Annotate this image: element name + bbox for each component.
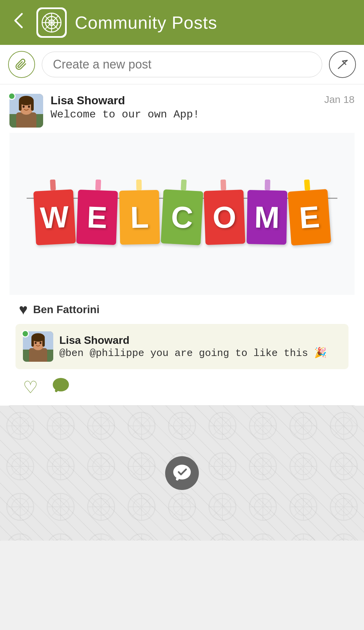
- avatar-container: [9, 94, 43, 128]
- svg-rect-15: [19, 101, 22, 111]
- post-date: Jan 18: [317, 94, 355, 105]
- svg-point-17: [23, 106, 25, 108]
- comment-author: Lisa Showard: [59, 334, 129, 346]
- liked-by-text: Ben Fattorini: [33, 303, 99, 316]
- bottom-area: [0, 406, 364, 541]
- svg-rect-25: [31, 337, 34, 347]
- post-header: Lisa Showard Welcome to our own App! Jan…: [9, 94, 355, 128]
- page-title: Community Posts: [75, 12, 217, 33]
- app-icon: [36, 7, 67, 38]
- comment-content: Lisa Showard @ben @philippe you are goin…: [59, 334, 327, 359]
- letter-O: O: [204, 190, 245, 245]
- avatar: [9, 94, 43, 128]
- svg-rect-26: [42, 337, 45, 347]
- letter-M: M: [247, 190, 287, 245]
- online-indicator: [8, 92, 16, 100]
- back-button[interactable]: [10, 12, 27, 33]
- banner-scene: W E L C: [27, 180, 337, 244]
- letter-L: L: [119, 190, 160, 245]
- letter-E2: E: [288, 189, 331, 246]
- app-header: Community Posts: [0, 0, 364, 45]
- svg-rect-16: [31, 101, 34, 111]
- post-text: Welcome to our own App!: [51, 108, 317, 121]
- comment-preview: Lisa Showard @ben @philippe you are goin…: [16, 324, 348, 369]
- comment-text: @ben @philippe you are going to like thi…: [59, 347, 327, 359]
- feed: Lisa Showard Welcome to our own App! Jan…: [0, 84, 364, 406]
- chat-check-icon: [165, 456, 199, 490]
- post-input[interactable]: [42, 52, 322, 77]
- svg-point-29: [53, 378, 69, 391]
- comment-online-indicator: [22, 330, 29, 337]
- comment-avatar-container: [23, 331, 53, 362]
- attach-button[interactable]: [8, 51, 35, 78]
- letter-E1: E: [76, 190, 118, 245]
- letter-W: W: [33, 189, 76, 245]
- like-button[interactable]: ♡: [23, 378, 38, 397]
- post-bar: [0, 45, 364, 84]
- letter-C: C: [161, 189, 203, 245]
- post-author: Lisa Showard: [51, 94, 125, 107]
- svg-point-27: [35, 342, 36, 344]
- post-meta: Lisa Showard Welcome to our own App!: [51, 94, 317, 121]
- post-card: Lisa Showard Welcome to our own App! Jan…: [0, 84, 364, 406]
- svg-point-28: [40, 342, 41, 344]
- action-row: ♡: [9, 369, 355, 406]
- send-button[interactable]: [329, 51, 356, 78]
- letters-row: W E L C: [27, 180, 337, 244]
- svg-point-37: [173, 465, 191, 480]
- likes-row: ♥ Ben Fattorini: [9, 295, 355, 324]
- comment-button[interactable]: [52, 376, 70, 399]
- welcome-banner: W E L C: [9, 133, 355, 295]
- heart-filled-icon: ♥: [19, 301, 28, 318]
- svg-point-18: [28, 106, 30, 108]
